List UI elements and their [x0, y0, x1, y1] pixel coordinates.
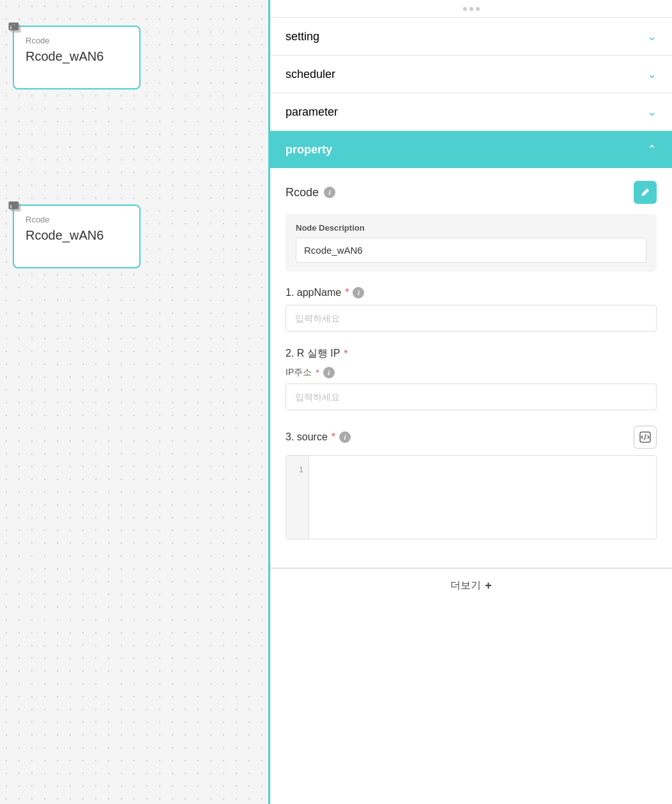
app-name-title: 1. appName * i	[286, 287, 657, 298]
node-top-title: Rcode_wAN6	[26, 49, 128, 64]
node-card-bottom[interactable]: Rcode Rcode_wAN6	[13, 205, 141, 268]
source-editor: 1	[286, 455, 657, 539]
code-area[interactable]	[309, 456, 656, 539]
top-bar-dot-2	[470, 7, 473, 11]
top-bar-dot-1	[463, 7, 467, 11]
accordion-label-setting: setting	[286, 30, 319, 43]
app-name-label: 1. appName	[286, 287, 341, 298]
source-label: 3. source	[286, 431, 328, 443]
accordion-property: property ⌃ Rcode i Node Description	[270, 131, 672, 568]
node-icon-top	[5, 18, 26, 38]
app-name-required: *	[345, 287, 349, 298]
r-exec-ip-section: 2. R 실행 IP * IP주소 * i	[286, 347, 657, 410]
r-exec-ip-required: *	[344, 348, 347, 360]
r-exec-ip-label: 2. R 실행 IP	[286, 347, 340, 360]
source-title: 3. source * i	[286, 431, 351, 443]
accordion-setting: setting ⌄	[270, 18, 672, 56]
accordion-header-setting[interactable]: setting ⌄	[270, 18, 672, 55]
node-top-label: Rcode	[26, 36, 128, 45]
ip-addr-required: *	[316, 367, 319, 378]
app-name-input[interactable]	[286, 305, 657, 332]
line-numbers: 1	[286, 456, 309, 539]
accordion-header-property[interactable]: property ⌃	[270, 131, 672, 168]
canvas-area: Rcode Rcode_wAN6 Rcode Rcode_wAN6	[0, 0, 268, 804]
accordion-scheduler: scheduler ⌄	[270, 56, 672, 93]
right-panel: setting ⌄ scheduler ⌄ parameter ⌄ proper…	[268, 0, 672, 804]
ip-addr-input[interactable]	[286, 383, 657, 410]
accordion-header-scheduler[interactable]: scheduler ⌄	[270, 56, 672, 93]
node-desc-input[interactable]	[296, 238, 646, 263]
node-bottom-label: Rcode	[26, 215, 128, 224]
chevron-scheduler: ⌄	[647, 67, 657, 81]
edit-button[interactable]	[634, 181, 657, 204]
node-desc-box: Node Description	[286, 214, 657, 272]
node-icon-bottom	[5, 197, 26, 217]
svg-rect-3	[9, 201, 19, 209]
node-bottom-title: Rcode_wAN6	[26, 228, 128, 243]
code-button[interactable]	[634, 426, 657, 449]
accordion-label-scheduler: scheduler	[286, 68, 335, 81]
app-name-section: 1. appName * i	[286, 287, 657, 332]
chevron-setting: ⌄	[647, 29, 657, 43]
source-required: *	[332, 431, 335, 443]
top-bar	[270, 0, 672, 18]
more-label: 더보기	[450, 579, 481, 592]
ip-addr-label: IP주소	[286, 367, 312, 378]
node-desc-label: Node Description	[296, 223, 646, 233]
rcode-info-icon[interactable]: i	[324, 187, 335, 198]
ip-addr-info-icon[interactable]: i	[323, 367, 335, 378]
rcode-row-left: Rcode i	[286, 186, 335, 199]
rcode-title: Rcode	[286, 186, 319, 199]
line-number-1: 1	[291, 462, 303, 477]
accordion-label-parameter: parameter	[286, 105, 338, 119]
chevron-property: ⌃	[647, 143, 657, 157]
top-bar-dot-3	[476, 7, 480, 11]
source-header: 3. source * i	[286, 426, 657, 449]
more-bar[interactable]: 더보기 +	[270, 568, 672, 603]
accordion-label-property: property	[286, 143, 332, 157]
more-plus-icon: +	[485, 579, 492, 592]
rcode-row: Rcode i	[286, 181, 657, 204]
accordion-parameter: parameter ⌄	[270, 93, 672, 131]
ip-addr-subtitle: IP주소 * i	[286, 367, 657, 378]
property-content: Rcode i Node Description 1. appName *	[270, 168, 672, 568]
r-exec-ip-title: 2. R 실행 IP *	[286, 347, 657, 360]
accordion-header-parameter[interactable]: parameter ⌄	[270, 93, 672, 130]
app-name-info-icon[interactable]: i	[353, 287, 364, 298]
node-card-top[interactable]: Rcode Rcode_wAN6	[13, 26, 141, 89]
source-section: 3. source * i 1	[286, 426, 657, 539]
source-info-icon[interactable]: i	[339, 431, 351, 443]
chevron-parameter: ⌄	[647, 105, 657, 119]
